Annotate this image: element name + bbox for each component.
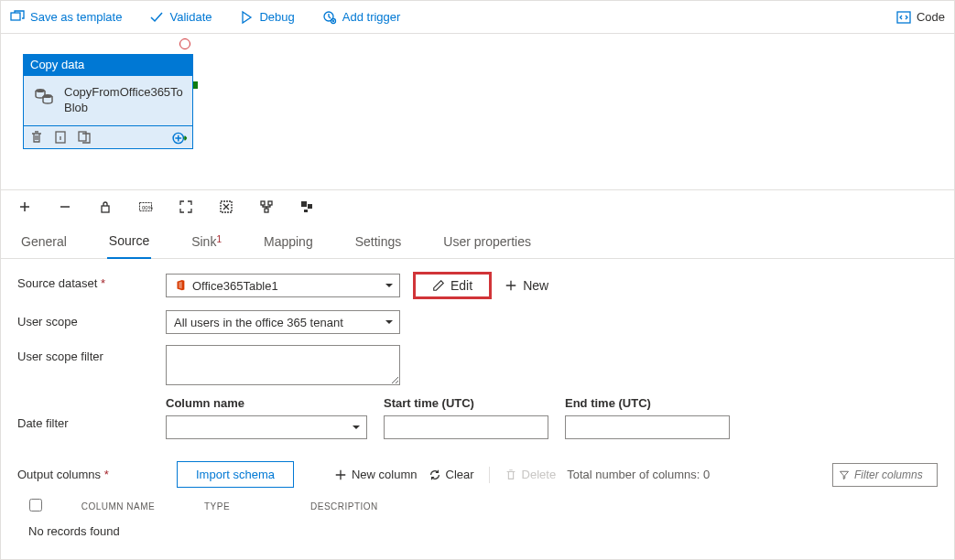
activity-footer [23,126,193,149]
tab-sink[interactable]: Sink1 [190,227,223,258]
edit-dataset-button[interactable]: Edit [413,272,492,299]
end-time-label: End time (UTC) [565,396,730,410]
code-icon [896,10,911,25]
date-filter-label: Date filter [17,396,166,430]
svg-text:00%: 00% [142,205,153,210]
canvas-toolbar: 00% [1,189,954,222]
validate-label: Validate [169,10,212,24]
activity-name: CopyFromOffice365ToBlob [64,85,183,116]
copy-data-body[interactable]: CopyFromOffice365ToBlob [23,75,193,126]
source-dataset-dropdown[interactable]: Office365Table1 [166,274,400,297]
output-columns-label: Output columns * [17,468,166,481]
type-header: TYPE [182,501,310,512]
svg-rect-9 [102,206,109,212]
save-as-template-button[interactable]: Save as template [10,10,122,25]
trash-icon [505,468,517,481]
copy-data-header: Copy data [23,54,193,75]
clear-button[interactable]: Clear [429,468,474,481]
column-name-label: Column name [166,396,367,410]
add-trigger-button[interactable]: Add trigger [322,10,401,25]
zoom-fit-icon[interactable] [179,199,193,214]
user-scope-filter-input[interactable] [166,345,400,385]
lock-icon[interactable] [98,199,113,214]
filter-columns-input[interactable] [854,468,931,481]
chevron-down-icon [385,281,394,290]
output-columns-header: COLUMN NAME TYPE DESCRIPTION [17,488,938,519]
delete-icon[interactable] [29,130,44,145]
tab-user-properties[interactable]: User properties [441,227,533,258]
debug-label: Debug [259,10,294,24]
pipeline-canvas[interactable]: Copy data CopyFromOffice365ToBlob [1,34,954,189]
new-column-button[interactable]: New column [334,468,418,481]
refresh-icon [429,468,441,481]
select-all-checkbox[interactable] [29,499,42,512]
start-time-input[interactable] [384,415,548,439]
play-icon [239,10,254,25]
plus-icon [505,279,517,292]
user-scope-label: User scope [17,310,166,328]
svg-rect-14 [268,201,272,205]
database-icon [33,85,55,107]
svg-point-5 [43,94,52,98]
end-time-input[interactable] [565,415,730,439]
start-time-label: Start time (UTC) [384,396,548,410]
debug-button[interactable]: Debug [239,10,294,25]
user-scope-dropdown[interactable]: All users in the office 365 tenant [166,310,400,334]
column-name-dropdown[interactable] [166,415,367,439]
svg-rect-16 [301,201,307,207]
source-dataset-value: Office365Table1 [192,279,379,293]
zoom-in-icon[interactable] [17,199,32,214]
code-button[interactable]: Code [896,10,945,25]
plus-icon [334,468,347,481]
tab-settings[interactable]: Settings [353,227,404,258]
source-form: Source dataset * Office365Table1 Edit Ne… [1,259,954,556]
column-name-header: COLUMN NAME [54,501,182,512]
filter-columns-box[interactable] [832,463,938,487]
save-as-template-label: Save as template [30,10,122,24]
zoom-100-icon[interactable]: 00% [138,199,153,214]
new-dataset-button[interactable]: New [505,278,548,293]
fullscreen-icon[interactable] [219,199,233,214]
source-dataset-label: Source dataset * [17,272,166,290]
chevron-down-icon [385,318,394,327]
add-trigger-label: Add trigger [342,10,401,24]
check-icon [149,10,164,25]
user-scope-filter-label: User scope filter [17,345,166,363]
validation-error-indicator[interactable] [179,38,190,49]
success-output-handle[interactable] [193,81,198,89]
tab-mapping[interactable]: Mapping [262,227,315,258]
total-columns-text: Total number of columns: 0 [567,468,710,481]
code-label: Code [917,10,945,24]
user-scope-value: All users in the office 365 tenant [174,316,379,329]
sink-badge: 1 [216,234,222,244]
minimap-icon[interactable] [299,199,314,214]
save-template-icon [10,10,25,25]
tab-general[interactable]: General [19,227,69,258]
copy-data-activity[interactable]: Copy data CopyFromOffice365ToBlob [23,54,193,149]
add-output-icon[interactable] [172,130,187,145]
office365-icon [174,279,187,292]
filter-icon [839,469,850,480]
tab-source[interactable]: Source [107,226,151,259]
svg-rect-17 [308,204,312,209]
svg-rect-18 [304,210,308,212]
clone-icon[interactable] [77,130,92,145]
svg-point-4 [36,89,45,92]
validate-button[interactable]: Validate [149,10,212,25]
description-header: DESCRIPTION [310,501,378,512]
autolayout-icon[interactable] [259,199,274,214]
pencil-icon [432,279,445,292]
trigger-icon [322,10,337,25]
config-tabs: General Source Sink1 Mapping Settings Us… [1,222,954,259]
chevron-down-icon [352,423,361,432]
svg-rect-0 [11,13,20,20]
info-icon[interactable] [53,130,68,145]
delete-column-button: Delete [505,468,557,481]
separator [489,467,490,483]
svg-rect-13 [261,201,265,205]
svg-rect-15 [265,209,268,212]
import-schema-button[interactable]: Import schema [177,461,294,488]
zoom-out-icon[interactable] [58,199,72,214]
no-records-message: No records found [17,519,938,544]
top-toolbar: Save as template Validate Debug Add trig… [1,1,954,34]
